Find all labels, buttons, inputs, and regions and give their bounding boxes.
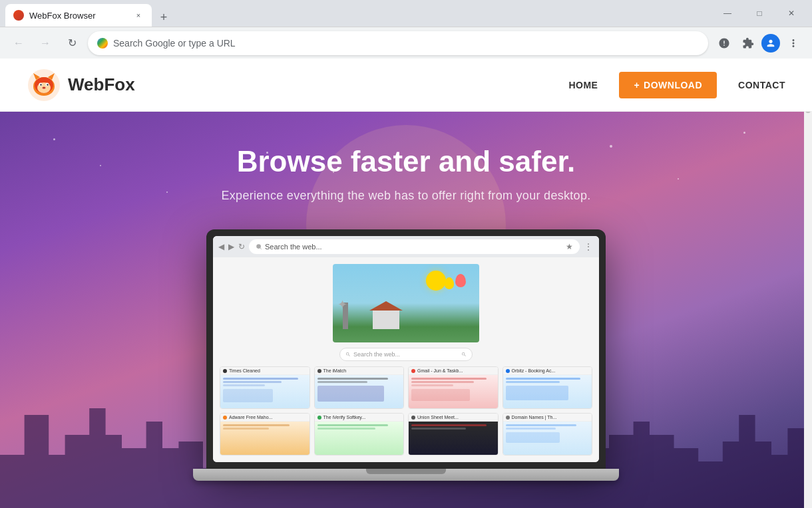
download-plus-icon: +: [634, 80, 640, 90]
star-decoration: [166, 191, 168, 193]
chrome-window: WebFox Browser × + — □ ✕ ← → ↻ Search Go…: [0, 0, 812, 508]
thumbnails-grid: Times Cleaned: [220, 366, 592, 455]
active-tab[interactable]: WebFox Browser ×: [5, 4, 152, 27]
back-button[interactable]: ←: [8, 33, 29, 54]
window-controls: — □ ✕: [712, 0, 807, 27]
site-header: WebFox HOME + DOWNLOAD CONTACT: [0, 59, 812, 112]
laptop-new-tab: Search the web... Times Cl: [220, 264, 592, 455]
tab-favicon: [13, 10, 24, 21]
tab-title: WebFox Browser: [29, 11, 128, 21]
laptop-refresh-icon: ↻: [238, 242, 245, 251]
laptop-base: [193, 469, 619, 481]
thumbnail-item[interactable]: Gmail - Jun & Taskb...: [408, 366, 499, 409]
tab-area: WebFox Browser × +: [5, 0, 702, 27]
laptop-body: ◀ ▶ ↻ Search the web... ★ ⋮: [206, 229, 606, 469]
thumbnail-item[interactable]: Union Sheet Meet...: [408, 413, 499, 455]
thumbnail-item[interactable]: Orbitz - Booking Ac...: [503, 366, 593, 409]
laptop-illustration: [333, 264, 479, 342]
illus-house: [373, 309, 399, 329]
hero-subtitle: Experience everything the web has to off…: [221, 189, 590, 203]
laptop-search-placeholder: Search the web...: [353, 351, 400, 358]
svg-point-11: [256, 244, 261, 249]
laptop-search-bar[interactable]: Search the web...: [339, 348, 473, 361]
laptop-url-text: Search the web...: [265, 243, 322, 251]
svg-point-8: [40, 84, 41, 85]
laptop-forward-icon: ▶: [228, 242, 234, 251]
illus-windmill: [343, 303, 348, 329]
maximize-button[interactable]: □: [744, 0, 775, 27]
star-decoration: [53, 138, 55, 140]
thumbnail-item[interactable]: The iVerify Softkey...: [314, 413, 405, 455]
minimize-button[interactable]: —: [712, 0, 743, 27]
forward-button[interactable]: →: [35, 33, 56, 54]
extensions-icon[interactable]: [737, 33, 759, 54]
laptop-browser-bar: ◀ ▶ ↻ Search the web... ★ ⋮: [213, 236, 599, 257]
refresh-button[interactable]: ↻: [61, 33, 83, 54]
svg-point-9: [47, 84, 48, 85]
star-decoration: [743, 132, 745, 134]
browser-content: WebFox HOME + DOWNLOAD CONTACT: [0, 59, 812, 508]
illus-balloon2: [445, 277, 454, 289]
star-decoration: [100, 165, 101, 166]
illus-sun: [426, 271, 446, 291]
logo-text: WebFox: [68, 74, 135, 95]
title-bar: WebFox Browser × + — □ ✕: [0, 0, 812, 27]
toolbar-icons: [713, 33, 804, 54]
star-decoration: [610, 145, 612, 148]
close-button[interactable]: ✕: [776, 0, 807, 27]
omnibox[interactable]: Search Google or type a URL: [88, 31, 708, 55]
laptop-menu-icon: ⋮: [584, 241, 594, 252]
home-nav-link[interactable]: HOME: [568, 80, 598, 90]
laptop-mockup: ◀ ▶ ↻ Search the web... ★ ⋮: [206, 229, 606, 481]
omnibox-text: Search Google or type a URL: [113, 38, 699, 49]
laptop-url-bar[interactable]: Search the web... ★: [249, 239, 580, 254]
extension-warning-icon[interactable]: [713, 33, 735, 54]
hero-section: Browse faster and safer. Experience ever…: [0, 112, 812, 508]
thumbnail-item[interactable]: Adware Free Maho...: [220, 413, 310, 455]
thumbnail-item[interactable]: The iMatch: [314, 366, 405, 409]
scrollbar[interactable]: [804, 59, 812, 508]
svg-point-10: [43, 86, 46, 88]
thumbnail-item[interactable]: Times Cleaned: [220, 366, 310, 409]
laptop-notch: [366, 469, 446, 474]
laptop-star-icon: ★: [566, 242, 573, 251]
laptop-content: Search the web... Times Cl: [213, 257, 599, 462]
profile-icon[interactable]: [761, 34, 780, 53]
star-decoration: [678, 178, 679, 180]
thumbnail-item[interactable]: Domain Names | Th...: [503, 413, 593, 455]
laptop-screen: ◀ ▶ ↻ Search the web... ★ ⋮: [213, 236, 599, 462]
new-tab-button[interactable]: +: [154, 8, 173, 27]
download-label: DOWNLOAD: [644, 80, 702, 90]
tab-close-button[interactable]: ×: [133, 10, 144, 21]
navigation-bar: ← → ↻ Search Google or type a URL: [0, 27, 812, 59]
contact-nav-link[interactable]: CONTACT: [738, 80, 785, 90]
download-button[interactable]: + DOWNLOAD: [619, 72, 717, 98]
svg-line-12: [260, 248, 262, 249]
illus-balloon: [455, 274, 466, 287]
laptop-back-icon: ◀: [218, 242, 224, 251]
google-icon: [97, 38, 108, 49]
logo-area: WebFox: [27, 68, 135, 102]
logo-icon: [27, 68, 61, 102]
site-nav: HOME + DOWNLOAD CONTACT: [568, 72, 785, 98]
hero-title: Browse faster and safer.: [237, 145, 576, 178]
menu-icon[interactable]: [783, 33, 804, 54]
